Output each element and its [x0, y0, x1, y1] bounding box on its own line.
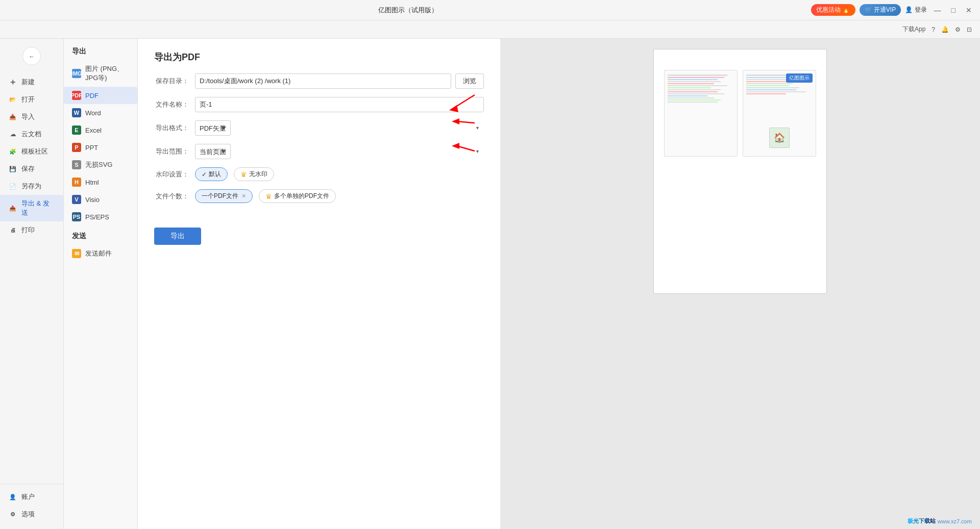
- nav-item-options[interactable]: ⚙ 选项: [0, 506, 63, 523]
- range-label: 导出范围：: [154, 147, 195, 156]
- sidebar-item-email[interactable]: ✉ 发送邮件: [64, 245, 137, 262]
- export-button[interactable]: 导出: [154, 228, 201, 245]
- nav-item-new[interactable]: ＋ 新建: [0, 73, 63, 91]
- sidebar-item-excel-label: Excel: [85, 127, 102, 134]
- close-button[interactable]: ✕: [963, 6, 975, 14]
- maximize-button[interactable]: □: [948, 6, 959, 14]
- visio-icon: V: [72, 195, 81, 204]
- format-row: 导出格式： PDF矢量 PDF光栅: [154, 120, 484, 136]
- check-icon: ✓: [202, 171, 207, 178]
- nav-item-save[interactable]: 💾 保存: [0, 160, 63, 178]
- sidebar-item-html-label: Html: [85, 179, 99, 186]
- file-count-row: 文件个数： 一个PDF文件 ✕ ♛ 多个单独的PDF文件: [154, 189, 484, 203]
- login-button[interactable]: 👤 登录: [905, 6, 926, 14]
- ps-icon: PS: [72, 212, 81, 221]
- titlebar-right: 优惠活动 🔥 🛒 开通VIP 👤 登录 — □ ✕: [811, 4, 975, 16]
- file-count-one-button[interactable]: 一个PDF文件 ✕: [195, 189, 253, 203]
- titlebar: 亿图图示（试用版） 优惠活动 🔥 🛒 开通VIP 👤 登录 — □ ✕: [0, 0, 980, 20]
- crown-icon2: ♛: [265, 192, 272, 200]
- nav-item-cloud[interactable]: ☁ 云文档: [0, 125, 63, 143]
- sidebar-item-image[interactable]: IMG 图片 (PNG、JPG等): [64, 60, 137, 87]
- save-dir-row: 保存目录： 浏览: [154, 73, 484, 89]
- content-area: 导出 IMG 图片 (PNG、JPG等) PDF PDF W Word E Ex…: [64, 39, 980, 529]
- section-title: 导出为PDF: [154, 51, 484, 63]
- watermark-default-label: 默认: [209, 170, 221, 179]
- app-title: 亿图图示（试用版）: [5, 6, 811, 15]
- ppt-icon: P: [72, 143, 81, 152]
- sidebar-item-svg-label: 无损SVG: [85, 160, 112, 169]
- sidebar-item-word[interactable]: W Word: [64, 104, 137, 121]
- sidebar-item-ps-label: PS/EPS: [85, 213, 109, 221]
- preview-pages: 亿图图示 🏠: [664, 70, 816, 157]
- sidebar-item-html[interactable]: H Html: [64, 173, 137, 191]
- range-select-wrapper: 当前页面 所有页面 自定义: [195, 144, 484, 159]
- file-count-options: 一个PDF文件 ✕ ♛ 多个单独的PDF文件: [195, 189, 336, 203]
- excel-icon: E: [72, 125, 81, 135]
- minimize-button[interactable]: —: [931, 6, 944, 14]
- bell-icon[interactable]: 🔔: [941, 26, 949, 33]
- export-subnav: 导出 IMG 图片 (PNG、JPG等) PDF PDF W Word E Ex…: [64, 39, 138, 529]
- html-icon: H: [72, 178, 81, 187]
- nav-item-open[interactable]: 📂 打开: [0, 91, 63, 108]
- image-icon: IMG: [72, 69, 81, 78]
- preview-btn[interactable]: 亿图图示: [786, 73, 813, 83]
- help-icon[interactable]: ?: [932, 26, 935, 33]
- filename-row: 文件名称：: [154, 97, 484, 112]
- sidebar-item-ps[interactable]: PS PS/EPS: [64, 208, 137, 225]
- toolbar2: 下载App ? 🔔 ⚙ ⊡: [0, 20, 980, 39]
- watermark-options: ✓ 默认 ♛ 无水印: [195, 167, 274, 181]
- filename-input[interactable]: [195, 97, 484, 112]
- sidebar-item-pdf[interactable]: PDF PDF: [64, 87, 137, 104]
- export-title: 导出: [64, 45, 137, 60]
- main-layout: ← ＋ 新建 📂 打开 📥 导入 ☁ 云文档 🧩 模板社区 💾 保存 📄 另存为: [0, 39, 980, 529]
- format-select-wrapper: PDF矢量 PDF光栅: [195, 120, 484, 136]
- layout-icon[interactable]: ⊡: [967, 26, 972, 33]
- save-dir-label: 保存目录：: [154, 77, 195, 86]
- preview-thumbnail: 🏠: [769, 128, 790, 148]
- file-count-multi-label: 多个单独的PDF文件: [274, 192, 329, 200]
- sidebar-item-visio[interactable]: V Visio: [64, 191, 137, 208]
- email-icon: ✉: [72, 249, 81, 258]
- watermark-row: 水印设置： ✓ 默认 ♛ 无水印: [154, 167, 484, 181]
- nav-item-import[interactable]: 📥 导入: [0, 108, 63, 125]
- file-count-label: 文件个数：: [154, 192, 195, 201]
- format-label: 导出格式：: [154, 123, 195, 133]
- nav-item-print[interactable]: 🖨 打印: [0, 221, 63, 239]
- footer-watermark: 极光下载站 www.xz7.com: [908, 517, 972, 525]
- sidebar-item-email-label: 发送邮件: [85, 249, 112, 258]
- format-select[interactable]: PDF矢量 PDF光栅: [195, 120, 231, 136]
- sidebar-item-visio-label: Visio: [85, 196, 100, 204]
- word-icon: W: [72, 108, 81, 117]
- sidebar-item-svg[interactable]: S 无损SVG: [64, 156, 137, 173]
- download-app-link[interactable]: 下载App: [902, 25, 925, 34]
- sidebar-item-ppt[interactable]: P PPT: [64, 139, 137, 156]
- range-select[interactable]: 当前页面 所有页面 自定义: [195, 144, 231, 159]
- nav-item-account[interactable]: 👤 账户: [0, 488, 63, 506]
- preview-page-1: [664, 70, 738, 157]
- watermark-url: www.xz7.com: [938, 518, 972, 524]
- nav-bottom: 👤 账户 ⚙ 选项: [0, 484, 63, 529]
- nav-item-saveas[interactable]: 📄 另存为: [0, 178, 63, 195]
- watermark-none-button[interactable]: ♛ 无水印: [234, 167, 274, 181]
- settings-icon[interactable]: ⚙: [955, 26, 961, 33]
- back-button[interactable]: ←: [22, 47, 41, 65]
- crown-icon: ♛: [240, 170, 247, 179]
- watermark-none-label: 无水印: [249, 170, 267, 179]
- watermark-label: 水印设置：: [154, 170, 195, 179]
- export-btn-container: 导出: [154, 215, 484, 245]
- browse-button[interactable]: 浏览: [455, 73, 484, 89]
- promo-button[interactable]: 优惠活动 🔥: [811, 4, 855, 16]
- file-count-one-close[interactable]: ✕: [241, 193, 246, 199]
- nav-item-template[interactable]: 🧩 模板社区: [0, 143, 63, 160]
- sidebar-nav: ← ＋ 新建 📂 打开 📥 导入 ☁ 云文档 🧩 模板社区 💾 保存 📄 另存为: [0, 39, 64, 529]
- sidebar-item-excel[interactable]: E Excel: [64, 121, 137, 139]
- vip-button[interactable]: 🛒 开通VIP: [860, 4, 901, 16]
- right-panel: 亿图图示 🏠: [500, 39, 980, 529]
- file-count-multi-button[interactable]: ♛ 多个单独的PDF文件: [259, 189, 336, 203]
- sidebar-item-word-label: Word: [85, 109, 101, 117]
- watermark-default-button[interactable]: ✓ 默认: [195, 167, 228, 181]
- nav-item-export[interactable]: 📤 导出 & 发送: [0, 195, 63, 221]
- send-title: 发送: [64, 225, 137, 245]
- sidebar-item-ppt-label: PPT: [85, 144, 98, 152]
- save-dir-input[interactable]: [195, 73, 451, 89]
